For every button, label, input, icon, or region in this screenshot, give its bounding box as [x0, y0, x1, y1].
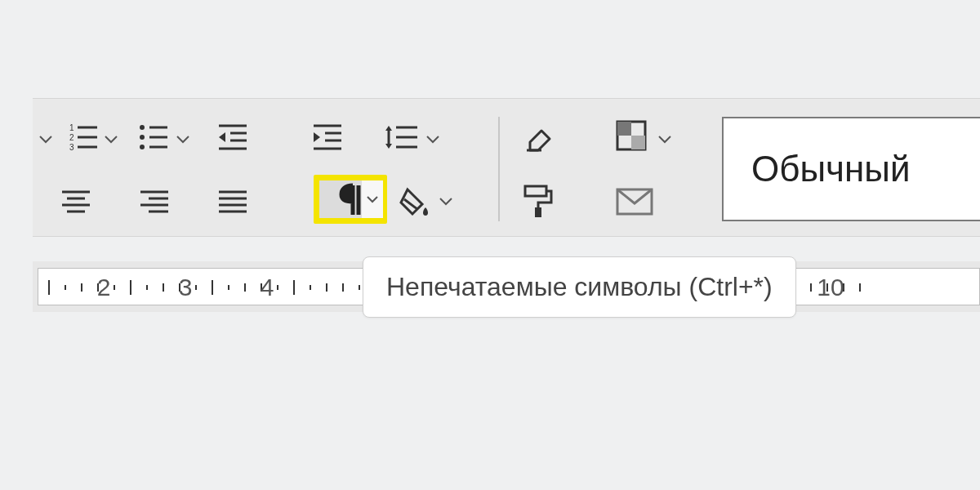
ruler-tick: [310, 285, 311, 290]
ruler-tick: [810, 283, 812, 292]
bulleted-list-dropdown[interactable]: [175, 133, 191, 145]
ruler-tick: [293, 280, 295, 295]
ruler-tick: [114, 285, 115, 290]
align-right-button[interactable]: [136, 185, 173, 218]
justify-button[interactable]: [214, 185, 252, 218]
ruler-tick: [146, 285, 148, 290]
decrease-indent-button[interactable]: [214, 118, 252, 156]
ruler-tick: [212, 280, 213, 295]
highlight-color-button[interactable]: [395, 182, 433, 220]
formatting-marks-button-highlight: [314, 175, 387, 224]
ruler-tick: [195, 285, 197, 290]
clone-formatting-button[interactable]: [519, 182, 557, 220]
formatting-marks-dropdown[interactable]: [362, 180, 383, 218]
paragraph-style-label: Обычный: [751, 149, 910, 189]
fill-color-button[interactable]: [614, 118, 648, 153]
paragraph-style-select[interactable]: Обычный: [722, 117, 980, 221]
svg-text:1: 1: [69, 123, 74, 132]
formatting-toolbar: 1 2 3: [33, 98, 980, 237]
svg-rect-26: [617, 122, 631, 136]
chevron-down-icon[interactable]: [38, 133, 54, 145]
ruler-tick: [130, 280, 131, 295]
pilcrow-icon: [336, 182, 364, 216]
ruler-number: 3: [179, 274, 193, 301]
svg-rect-27: [631, 136, 645, 149]
ruler-tick: [359, 285, 360, 290]
increase-indent-button[interactable]: [309, 118, 346, 156]
ruler-tick: [228, 285, 229, 290]
numbered-list-button[interactable]: 1 2 3: [64, 118, 101, 156]
clear-formatting-button[interactable]: [519, 118, 557, 156]
svg-point-6: [140, 125, 145, 130]
numbered-list-dropdown[interactable]: [103, 133, 119, 145]
ruler-tick: [163, 283, 164, 292]
line-spacing-button[interactable]: [382, 118, 420, 156]
ruler-tick: [859, 283, 861, 292]
tooltip-text: Непечатаемые символы (Ctrl+*): [386, 272, 773, 301]
fill-color-dropdown[interactable]: [657, 133, 673, 145]
ruler-tick: [326, 283, 327, 292]
ruler-number: 2: [97, 274, 111, 301]
tooltip: Непечатаемые символы (Ctrl+*): [363, 256, 796, 318]
toolbar-separator: [498, 117, 500, 221]
ruler-tick: [277, 285, 278, 290]
line-spacing-dropdown[interactable]: [425, 133, 441, 145]
ruler-tick: [65, 285, 66, 290]
mail-merge-button[interactable]: [614, 185, 655, 218]
ruler-tick: [342, 283, 344, 292]
ruler-tick: [81, 283, 82, 292]
ruler-tick: [244, 283, 246, 292]
highlight-color-dropdown[interactable]: [438, 195, 454, 207]
svg-rect-41: [525, 186, 546, 196]
svg-text:3: 3: [69, 143, 74, 152]
ruler-number: 4: [261, 274, 274, 301]
svg-point-7: [140, 135, 145, 140]
svg-text:2: 2: [69, 133, 74, 142]
bulleted-list-button[interactable]: [134, 118, 172, 156]
ruler-tick: [48, 280, 50, 295]
svg-point-8: [140, 145, 145, 149]
svg-rect-42: [535, 207, 541, 217]
align-center-button[interactable]: [57, 185, 95, 218]
ruler-number: 10: [817, 274, 844, 301]
